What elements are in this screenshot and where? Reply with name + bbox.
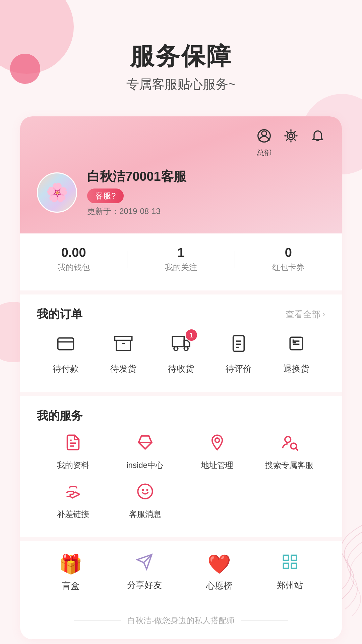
header-title: 服务保障 [0,40,362,72]
profile-name: 白秋洁70001客服 [87,168,325,185]
svg-line-24 [296,448,298,450]
svg-rect-7 [172,336,184,346]
smile-chat-icon [136,483,154,504]
stat-wallet-label: 我的钱包 [20,262,127,273]
stat-coupons-label: 红包卡券 [235,262,342,273]
header-subtitle: 专属客服贴心服务~ [0,76,362,93]
order-icon-wrap-review [225,332,252,359]
order-icon-wrap-ship [110,332,137,359]
service-item-inside[interactable]: inside中心 [109,434,181,471]
footer-line-left [74,621,121,621]
service-item-cs-message[interactable]: 客服消息 [109,483,181,520]
shortcut-zhengzhou[interactable]: 郑州站 [277,553,303,592]
file-list-icon [64,434,82,455]
share-icon [136,553,153,575]
shortcut-share[interactable]: 分享好友 [127,553,162,592]
order-label-return: 退换货 [283,363,309,375]
order-label-review: 待评价 [226,363,252,375]
clipboard-icon [229,334,248,357]
service-item-supplement[interactable]: 补差链接 [37,483,109,520]
order-item-pending-review[interactable]: 待评价 [225,332,252,375]
svg-rect-30 [283,563,288,568]
svg-point-0 [262,131,267,136]
bell-icon [310,128,325,147]
service-label-inside: inside中心 [126,460,164,471]
services-grid: 我的资料 inside中心 [37,434,325,520]
headquarters-label: 总部 [257,148,272,158]
svg-point-26 [142,490,143,490]
svg-rect-11 [233,335,244,351]
order-icon-wrap-return [283,332,310,359]
svg-rect-28 [283,555,288,560]
shortcuts-section: 🎁 盲盒 分享好友 ❤️ 心愿榜 [20,537,342,605]
shortcut-zhengzhou-label: 郑州站 [277,580,303,591]
profile-section: 总部 [20,116,342,233]
wallet-icon [56,334,75,357]
stat-following[interactable]: 1 我的关注 [127,246,234,273]
profile-update-date: 更新于：2019-08-13 [87,206,325,217]
top-icons-row: 总部 [37,128,325,158]
service-item-search-cs[interactable]: 搜索专属客服 [253,434,325,471]
shortcut-wishlist-label: 心愿榜 [206,580,232,592]
shortcut-blind-box-label: 盲盒 [62,580,79,592]
footer-tagline: 白秋洁-做您身边的私人搭配师 [20,605,342,639]
profile-badge: 客服? [87,189,124,203]
svg-rect-15 [290,337,302,350]
order-label-ship: 待发货 [110,363,136,375]
svg-point-3 [287,132,295,140]
service-label-cs-message: 客服消息 [129,509,161,520]
profile-info: 🌸 白秋洁70001客服 客服? 更新于：2019-08-13 [37,168,325,217]
shortcut-wishlist[interactable]: ❤️ 心愿榜 [206,553,232,592]
order-item-pending-payment[interactable]: 待付款 [52,332,79,375]
orders-icons-row: 待付款 待发货 [37,332,325,375]
order-item-pending-ship[interactable]: 待发货 [110,332,137,375]
service-label-profile: 我的资料 [57,460,89,471]
svg-point-22 [285,437,291,442]
order-item-pending-receive[interactable]: 1 待收货 [168,332,194,375]
settings-button[interactable] [284,128,298,147]
svg-point-27 [147,490,147,490]
stat-wallet[interactable]: 0.00 我的钱包 [20,246,127,273]
hand-coin-icon [64,483,82,504]
profile-text: 白秋洁70001客服 客服? 更新于：2019-08-13 [87,168,325,217]
order-badge-receive: 1 [186,329,197,341]
notifications-button[interactable] [310,128,325,147]
svg-point-21 [215,438,219,442]
order-label-receive: 待收货 [168,363,194,375]
order-icon-wrap-payment [52,332,79,359]
service-label-search-cs: 搜索专属客服 [265,460,313,471]
box-icon [114,334,133,357]
stat-wallet-value: 0.00 [20,246,127,260]
heart-icon: ❤️ [207,553,231,575]
services-header: 我的服务 [37,408,325,424]
headquarters-button[interactable]: 总部 [257,128,272,158]
location-icon [208,434,226,455]
svg-rect-5 [115,336,132,340]
orders-view-all-button[interactable]: 查看全部 › [286,309,325,320]
user-circle-icon [257,128,272,147]
header-section: 服务保障 专属客服贴心服务~ [0,0,362,106]
orders-title: 我的订单 [37,307,82,322]
settings-icon [284,128,298,147]
order-item-return[interactable]: 退换货 [283,332,310,375]
service-item-address[interactable]: 地址管理 [181,434,253,471]
diamond-icon [136,434,154,455]
search-person-icon [281,434,298,455]
return-icon [287,334,306,357]
footer-line-right [241,621,288,621]
stat-coupons[interactable]: 0 红包卡券 [235,246,342,273]
service-label-address: 地址管理 [201,460,233,471]
orders-header: 我的订单 查看全部 › [37,307,325,322]
order-icon-wrap-receive: 1 [168,332,194,359]
service-item-profile[interactable]: 我的资料 [37,434,109,471]
services-title: 我的服务 [37,408,82,424]
main-card: 总部 [20,116,342,639]
svg-rect-4 [58,338,74,350]
services-section: 我的服务 我的资料 [20,392,342,532]
svg-point-23 [291,443,296,449]
stats-section: 0.00 我的钱包 1 我的关注 0 红包卡券 [20,233,342,285]
shortcut-blind-box[interactable]: 🎁 盲盒 [59,553,82,592]
svg-marker-8 [184,340,189,346]
avatar: 🌸 [37,172,77,213]
chevron-right-icon: › [322,310,325,319]
